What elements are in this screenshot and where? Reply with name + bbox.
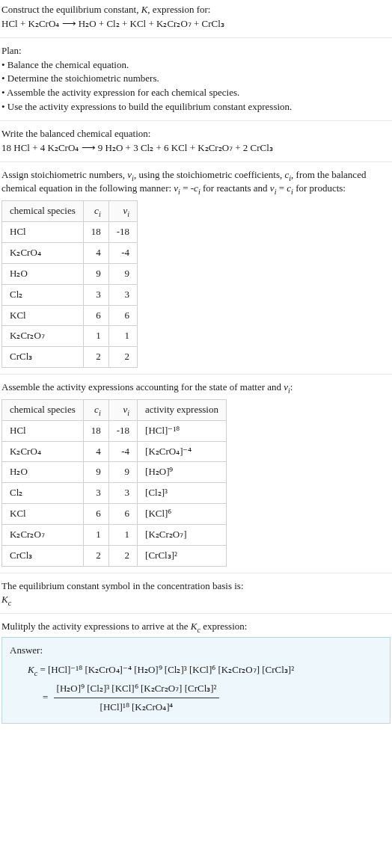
frac-denominator: [HCl]¹⁸ [K₂CrO₄]⁴ [54, 698, 220, 717]
intro-equation: HCl + K₂CrO₄ ⟶ H₂O + Cl₂ + KCl + K₂Cr₂O₇… [1, 17, 391, 31]
frac-numerator: [H₂O]⁹ [Cl₂]³ [KCl]⁶ [K₂Cr₂O₇] [CrCl₃]² [54, 680, 220, 698]
expr-line1: [HCl]⁻¹⁸ [K₂CrO₄]⁻⁴ [H₂O]⁹ [Cl₂]³ [KCl]⁶… [48, 664, 294, 675]
table-row: KCl66 [2, 305, 138, 326]
col-vi: νi [108, 399, 137, 420]
balanced-section: Write the balanced chemical equation: 18… [0, 121, 392, 161]
symbol-section: The equilibrium constant symbol in the c… [0, 573, 392, 614]
table-row: H₂O99[H₂O]⁹ [2, 462, 227, 483]
col-species: chemical species [2, 201, 84, 222]
intro-line1: Construct the equilibrium constant, K, e… [1, 3, 391, 17]
table-row: Cl₂33[Cl₂]³ [2, 483, 227, 504]
table-row: K₂Cr₂O₇11 [2, 326, 138, 347]
answer-box: Answer: Kc = [HCl]⁻¹⁸ [K₂CrO₄]⁻⁴ [H₂O]⁹ … [1, 637, 391, 724]
table-row: K₂CrO₄4-4 [2, 242, 138, 263]
col-vi: νi [108, 201, 137, 222]
stoich-intro: Assign stoichiometric numbers, νi, using… [1, 168, 391, 197]
table-row: KCl66[KCl]⁶ [2, 504, 227, 525]
table-row: K₂Cr₂O₇11[K₂Cr₂O₇] [2, 524, 227, 545]
activity-intro: Assemble the activity expressions accoun… [1, 381, 391, 395]
final-section: Mulitply the activity expressions to arr… [0, 614, 392, 730]
plan-heading: Plan: [1, 44, 391, 58]
table-row: CrCl₃22 [2, 347, 138, 368]
table-header-row: chemical species ci νi [2, 201, 138, 222]
symbol-line1: The equilibrium constant symbol in the c… [1, 579, 391, 594]
kc-expression: Kc = [HCl]⁻¹⁸ [K₂CrO₄]⁻⁴ [H₂O]⁹ [Cl₂]³ [… [10, 661, 382, 717]
answer-label: Answer: [10, 644, 382, 658]
stoich-section: Assign stoichiometric numbers, νi, using… [0, 162, 392, 374]
table-row: CrCl₃22[CrCl₃]² [2, 545, 227, 566]
col-ci: ci [83, 201, 108, 222]
balanced-heading: Write the balanced chemical equation: [1, 127, 391, 141]
col-ci: ci [83, 399, 108, 420]
plan-list: Balance the chemical equation. Determine… [1, 58, 391, 114]
plan-item: Assemble the activity expression for eac… [1, 86, 391, 100]
table-header-row: chemical species ci νi activity expressi… [2, 399, 227, 420]
plan-item: Balance the chemical equation. [1, 58, 391, 73]
expr-fraction: [H₂O]⁹ [Cl₂]³ [KCl]⁶ [K₂Cr₂O₇] [CrCl₃]² … [54, 680, 220, 717]
symbol-kc: Kc [1, 593, 391, 607]
activity-section: Assemble the activity expressions accoun… [0, 375, 392, 573]
table-row: Cl₂33 [2, 284, 138, 305]
table-row: K₂CrO₄4-4[K₂CrO₄]⁻⁴ [2, 441, 227, 462]
plan-item: Determine the stoichiometric numbers. [1, 72, 391, 86]
col-activity: activity expression [138, 399, 227, 420]
plan-item: Use the activity expressions to build th… [1, 100, 391, 114]
table-row: H₂O99 [2, 263, 138, 284]
table-row: HCl18-18[HCl]⁻¹⁸ [2, 420, 227, 441]
plan-section: Plan: Balance the chemical equation. Det… [0, 38, 392, 120]
balanced-equation: 18 HCl + 4 K₂CrO₄ ⟶ 9 H₂O + 3 Cl₂ + 6 KC… [1, 141, 391, 156]
activity-table: chemical species ci νi activity expressi… [1, 399, 227, 567]
col-species: chemical species [2, 399, 84, 420]
table-row: HCl18-18 [2, 222, 138, 243]
stoich-table: chemical species ci νi HCl18-18 K₂CrO₄4-… [1, 200, 138, 368]
final-intro: Mulitply the activity expressions to arr… [1, 620, 391, 634]
intro-section: Construct the equilibrium constant, K, e… [0, 0, 392, 37]
